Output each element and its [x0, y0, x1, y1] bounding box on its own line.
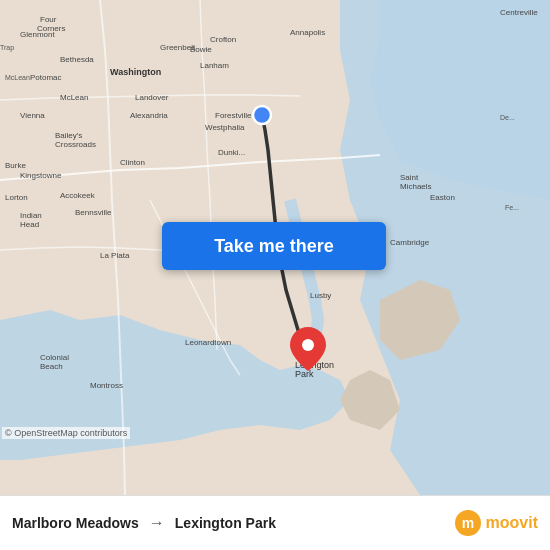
svg-text:Kingstowne: Kingstowne	[20, 171, 62, 180]
svg-text:Bethesda: Bethesda	[60, 55, 94, 64]
svg-text:Accokeek: Accokeek	[60, 191, 96, 200]
svg-text:Burke: Burke	[5, 161, 26, 170]
take-me-there-button[interactable]: Take me there	[162, 222, 386, 270]
svg-text:Leonardtown: Leonardtown	[185, 338, 231, 347]
bottom-bar: Marlboro Meadows → Lexington Park m moov…	[0, 495, 550, 550]
svg-point-40	[302, 339, 314, 351]
svg-text:Lorton: Lorton	[5, 193, 28, 202]
svg-text:Forestville: Forestville	[215, 111, 252, 120]
moovit-brand-text: moovit	[486, 514, 538, 532]
svg-text:Potomac: Potomac	[30, 73, 62, 82]
map-attribution: © OpenStreetMap contributors	[2, 427, 130, 439]
svg-text:Easton: Easton	[430, 193, 455, 202]
svg-text:McLean: McLean	[60, 93, 88, 102]
svg-text:Bennsville: Bennsville	[75, 208, 112, 217]
destination-label: Lexington Park	[175, 515, 276, 531]
svg-text:Fe...: Fe...	[505, 204, 519, 211]
svg-text:Crofton: Crofton	[210, 35, 236, 44]
svg-text:Lusby: Lusby	[310, 291, 331, 300]
svg-text:Washington: Washington	[110, 67, 161, 77]
svg-text:IndianHead: IndianHead	[20, 211, 42, 229]
svg-text:Clinton: Clinton	[120, 158, 145, 167]
svg-text:Trap: Trap	[0, 44, 14, 52]
svg-text:Bowie: Bowie	[190, 45, 212, 54]
svg-text:Cambridge: Cambridge	[390, 238, 430, 247]
svg-text:Centreville: Centreville	[500, 8, 538, 17]
map-container: Potomac Bethesda Washington Greenbelt Cr…	[0, 0, 550, 495]
moovit-icon: m	[454, 509, 482, 537]
moovit-logo: m moovit	[454, 509, 538, 537]
svg-text:Westphalia: Westphalia	[205, 123, 245, 132]
svg-text:Lanham: Lanham	[200, 61, 229, 70]
svg-text:Annapolis: Annapolis	[290, 28, 325, 37]
svg-text:Alexandria: Alexandria	[130, 111, 168, 120]
start-marker	[253, 106, 271, 124]
svg-text:De...: De...	[500, 114, 515, 121]
direction-arrow-icon: →	[149, 514, 165, 532]
svg-text:La Plata: La Plata	[100, 251, 130, 260]
svg-text:Montross: Montross	[90, 381, 123, 390]
svg-text:Vienna: Vienna	[20, 111, 45, 120]
origin-label: Marlboro Meadows	[12, 515, 139, 531]
svg-text:m: m	[461, 515, 473, 531]
svg-text:Landover: Landover	[135, 93, 169, 102]
svg-text:Dunki...: Dunki...	[218, 148, 245, 157]
svg-text:McLean: McLean	[5, 74, 30, 81]
